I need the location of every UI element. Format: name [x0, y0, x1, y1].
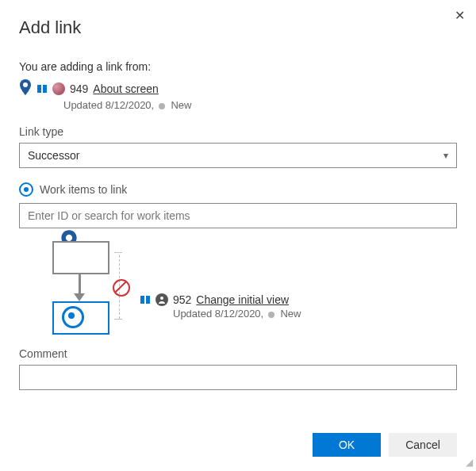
- linked-id: 952: [173, 293, 191, 306]
- ok-button[interactable]: OK: [313, 433, 381, 457]
- dialog-footer: OK Cancel: [313, 433, 457, 457]
- search-placeholder: Enter ID or search for work items: [28, 209, 190, 222]
- linked-updated: Updated 8/12/2020,: [173, 308, 263, 320]
- intro-text: You are adding a link from:: [19, 60, 457, 73]
- linked-state: New: [280, 308, 301, 320]
- linked-subtext: Updated 8/12/2020, New: [173, 308, 301, 320]
- avatar: [52, 82, 65, 95]
- arrow-head-icon: [74, 293, 85, 301]
- work-items-label: Work items to link: [40, 183, 127, 196]
- workitem-type-icon: [140, 294, 151, 305]
- dashed-cap: [114, 319, 122, 320]
- svg-rect-0: [37, 85, 41, 93]
- state-dot-icon: [159, 103, 165, 109]
- link-type-select[interactable]: Successor ▾: [19, 143, 457, 168]
- link-type-value: Successor: [28, 149, 79, 162]
- relation-diagram-area: 952 Change initial view Updated 8/12/202…: [19, 238, 457, 333]
- work-item-search-input[interactable]: Enter ID or search for work items: [19, 203, 457, 228]
- source-title-link[interactable]: About screen: [93, 82, 159, 95]
- close-icon[interactable]: ✕: [455, 8, 465, 23]
- comment-input[interactable]: [19, 365, 457, 390]
- source-work-item: 949 About screen: [19, 79, 457, 98]
- cancel-button[interactable]: Cancel: [389, 433, 457, 457]
- source-subtext: Updated 8/12/2020, New: [63, 99, 457, 111]
- work-items-section: Work items to link: [19, 182, 457, 197]
- dialog-title: Add link: [19, 17, 457, 38]
- linked-title-link[interactable]: Change initial view: [196, 293, 289, 306]
- unassigned-icon: [155, 293, 168, 306]
- relation-diagram: [19, 238, 130, 333]
- add-link-dialog: ✕ Add link You are adding a link from: 9…: [0, 0, 476, 471]
- diagram-source-box: [52, 241, 109, 274]
- pin-icon: [19, 79, 32, 98]
- chevron-down-icon: ▾: [443, 150, 448, 161]
- svg-rect-2: [140, 296, 144, 304]
- svg-rect-1: [43, 85, 47, 93]
- target-icon: [62, 306, 84, 328]
- comment-label: Comment: [19, 347, 457, 360]
- linked-work-item: 952 Change initial view Updated 8/12/202…: [140, 293, 301, 320]
- state-dot-icon: [268, 312, 274, 318]
- workitem-type-icon: [36, 83, 48, 94]
- source-updated: Updated 8/12/2020,: [63, 99, 154, 111]
- source-state: New: [171, 99, 191, 111]
- not-allowed-icon: [113, 279, 130, 297]
- radio-on-icon[interactable]: [19, 182, 33, 197]
- resize-handle-icon[interactable]: ◢: [466, 457, 473, 468]
- dashed-cap: [114, 252, 122, 253]
- svg-rect-3: [146, 296, 150, 304]
- source-id: 949: [70, 82, 88, 95]
- link-type-label: Link type: [19, 125, 457, 138]
- svg-point-4: [160, 297, 163, 300]
